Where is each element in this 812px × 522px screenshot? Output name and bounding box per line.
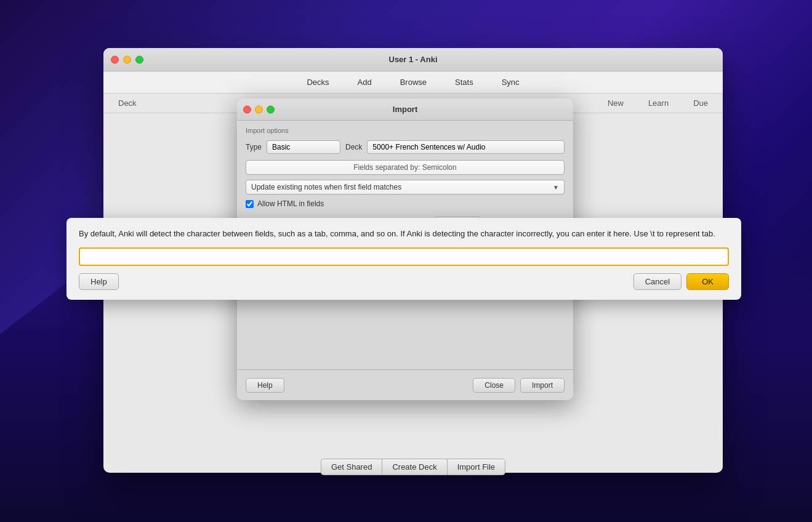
- import-options-label: Import options: [237, 121, 573, 137]
- deck-label: Deck: [345, 143, 362, 151]
- import-title-bar: Import: [237, 98, 573, 121]
- allow-html-label: Allow HTML in fields: [257, 199, 324, 208]
- menu-sync[interactable]: Sync: [497, 75, 525, 89]
- deck-value: 5000+ French Sentences w/ Audio: [372, 143, 485, 151]
- import-separator-row: Fields separated by: Semicolon: [237, 158, 573, 177]
- info-input[interactable]: [79, 247, 729, 266]
- import-close-button[interactable]: [243, 105, 251, 113]
- update-label: Update existing notes when first field m…: [251, 183, 401, 191]
- new-col-header: New: [608, 98, 624, 108]
- get-shared-button[interactable]: Get Shared: [321, 459, 382, 475]
- maximize-window-button[interactable]: [135, 55, 143, 63]
- menu-bar: Decks Add Browse Stats Sync: [103, 71, 723, 94]
- window-title: User 1 - Anki: [389, 55, 438, 64]
- menu-stats[interactable]: Stats: [450, 75, 478, 89]
- info-buttons: Help Cancel OK: [79, 273, 729, 290]
- menu-add[interactable]: Add: [353, 75, 377, 89]
- import-minimize-button[interactable]: [255, 105, 263, 113]
- import-import-btn[interactable]: Import: [520, 378, 565, 393]
- learn-col-header: Learn: [648, 98, 669, 108]
- minimize-window-button[interactable]: [123, 55, 131, 63]
- import-file-button[interactable]: Import File: [447, 459, 505, 475]
- info-right-buttons: Cancel OK: [633, 273, 729, 290]
- close-window-button[interactable]: [111, 55, 119, 63]
- import-type-row: Type Basic Deck 5000+ French Sentences w…: [237, 137, 573, 158]
- separator-field: Fields separated by: Semicolon: [246, 160, 565, 175]
- menu-browse[interactable]: Browse: [395, 75, 432, 89]
- import-update-row: Update existing notes when first field m…: [237, 177, 573, 197]
- info-help-button[interactable]: Help: [79, 273, 119, 290]
- deck-select[interactable]: 5000+ French Sentences w/ Audio: [367, 140, 565, 154]
- info-dialog: By default, Anki will detect the charact…: [66, 218, 741, 300]
- info-ok-button[interactable]: OK: [686, 273, 729, 290]
- create-deck-button[interactable]: Create Deck: [382, 459, 446, 475]
- menu-decks[interactable]: Decks: [302, 75, 334, 89]
- deck-col-header: Deck: [118, 98, 137, 108]
- chevron-down-icon: ▼: [553, 184, 559, 191]
- type-label: Type: [246, 143, 262, 151]
- import-bottom-bar: Help Close Import: [237, 369, 573, 400]
- import-close-btn[interactable]: Close: [473, 378, 515, 393]
- due-col-header: Due: [693, 98, 708, 108]
- import-right-buttons: Close Import: [473, 378, 565, 393]
- info-text: By default, Anki will detect the charact…: [79, 228, 729, 240]
- allow-html-checkbox[interactable]: [246, 200, 254, 208]
- type-select[interactable]: Basic: [267, 140, 340, 154]
- info-cancel-button[interactable]: Cancel: [633, 273, 681, 290]
- bottom-toolbar: Get Shared Create Deck Import File: [103, 459, 723, 475]
- import-checkbox-row[interactable]: Allow HTML in fields: [237, 197, 573, 211]
- import-dialog-title: Import: [393, 105, 417, 114]
- window-traffic-lights: [111, 55, 143, 63]
- import-maximize-button[interactable]: [267, 105, 275, 113]
- import-help-button[interactable]: Help: [246, 378, 284, 393]
- title-bar: User 1 - Anki: [103, 48, 723, 71]
- import-traffic-lights: [243, 105, 275, 113]
